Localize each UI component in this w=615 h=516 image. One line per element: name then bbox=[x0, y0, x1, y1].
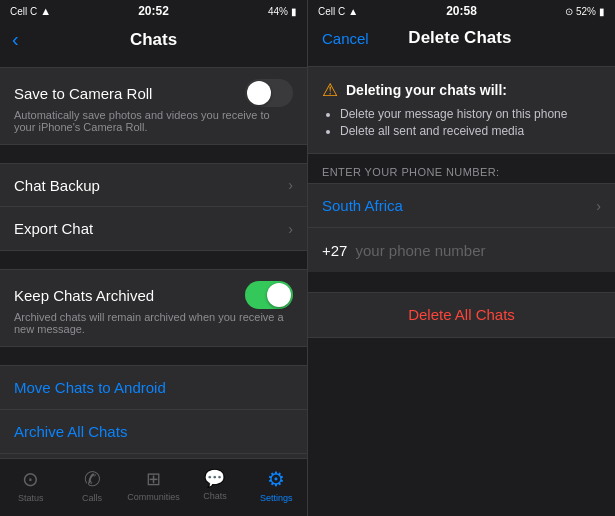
warning-box: ⚠ Deleting your chats will: Delete your … bbox=[308, 66, 615, 154]
status-tab-icon: ⊙ bbox=[22, 467, 39, 491]
left-panel: Cell C ▲ 20:52 44% ▮ ‹ Chats Save to Cam… bbox=[0, 0, 307, 516]
chats-tab-label: Chats bbox=[203, 491, 227, 501]
status-right-icons: 44% ▮ bbox=[268, 6, 297, 17]
warning-header: ⚠ Deleting your chats will: bbox=[322, 79, 601, 101]
delete-all-chats-btn[interactable]: Delete All Chats bbox=[308, 293, 615, 337]
delete-btn-section: Delete All Chats bbox=[308, 292, 615, 338]
country-row[interactable]: South Africa › bbox=[308, 184, 615, 228]
archive-all-chats-label: Archive All Chats bbox=[14, 423, 127, 440]
phone-section: South Africa › +27 your phone number bbox=[308, 183, 615, 272]
status-bar-left: Cell C ▲ 20:52 44% ▮ bbox=[0, 0, 307, 22]
delete-all-chats-btn-label: Delete All Chats bbox=[408, 306, 515, 323]
battery-left: 44% bbox=[268, 6, 288, 17]
time-left: 20:52 bbox=[138, 4, 169, 18]
tab-status[interactable]: ⊙ Status bbox=[0, 467, 61, 503]
warning-bullet-2: Delete all sent and received media bbox=[340, 124, 601, 138]
right-header: Cancel Delete Chats bbox=[308, 22, 615, 56]
save-camera-label: Save to Camera Roll bbox=[14, 85, 152, 102]
warning-bullets: Delete your message history on this phon… bbox=[322, 107, 601, 138]
chat-backup-label: Chat Backup bbox=[14, 177, 100, 194]
export-chat-chevron: › bbox=[288, 221, 293, 237]
country-chevron: › bbox=[596, 198, 601, 214]
warning-title: Deleting your chats will: bbox=[346, 82, 507, 98]
signal-icon-right: ▲ bbox=[348, 6, 358, 17]
cancel-button[interactable]: Cancel bbox=[322, 30, 369, 47]
left-content: Save to Camera Roll Automatically save p… bbox=[0, 59, 307, 458]
status-tab-label: Status bbox=[18, 493, 44, 503]
save-camera-toggle[interactable] bbox=[245, 79, 293, 107]
battery-right: 52% bbox=[576, 6, 596, 17]
left-header: ‹ Chats bbox=[0, 22, 307, 59]
time-right: 20:58 bbox=[446, 4, 477, 18]
chat-backup-row[interactable]: Chat Backup › bbox=[0, 163, 307, 207]
settings-tab-icon: ⚙ bbox=[267, 467, 285, 491]
wifi-icon: ▲ bbox=[40, 5, 51, 17]
battery-bar-right: ▮ bbox=[599, 6, 605, 17]
delete-chats-title: Delete Chats bbox=[408, 28, 511, 48]
country-label: South Africa bbox=[322, 197, 403, 214]
carrier-right-group: Cell C ▲ bbox=[318, 6, 358, 17]
carrier-left: Cell C bbox=[10, 6, 37, 17]
save-camera-section: Save to Camera Roll Automatically save p… bbox=[0, 67, 307, 145]
keep-archived-toggle[interactable] bbox=[245, 281, 293, 309]
chat-backup-section: Chat Backup › Export Chat › bbox=[0, 163, 307, 251]
archive-all-chats-row[interactable]: Archive All Chats bbox=[0, 410, 307, 454]
keep-archived-section: Keep Chats Archived Archived chats will … bbox=[0, 269, 307, 347]
chats-tab-icon: 💬 bbox=[204, 468, 225, 489]
back-button[interactable]: ‹ bbox=[12, 28, 19, 51]
calls-tab-icon: ✆ bbox=[84, 467, 101, 491]
status-bar-right: Cell C ▲ 20:58 ⊙ 52% ▮ bbox=[308, 0, 615, 22]
tab-chats[interactable]: 💬 Chats bbox=[184, 468, 245, 501]
export-chat-label: Export Chat bbox=[14, 220, 93, 237]
move-chats-android-row[interactable]: Move Chats to Android bbox=[0, 365, 307, 410]
carrier-right: Cell C bbox=[318, 6, 345, 17]
warning-bullet-1: Delete your message history on this phon… bbox=[340, 107, 601, 121]
tab-calls[interactable]: ✆ Calls bbox=[61, 467, 122, 503]
battery-icon-left: ▮ bbox=[291, 6, 297, 17]
keep-archived-row[interactable]: Keep Chats Archived Archived chats will … bbox=[0, 269, 307, 347]
save-camera-sublabel: Automatically save photos and videos you… bbox=[14, 109, 293, 133]
settings-tab-label: Settings bbox=[260, 493, 293, 503]
tab-communities[interactable]: ⊞ Communities bbox=[123, 468, 184, 502]
communities-tab-label: Communities bbox=[127, 492, 180, 502]
phone-section-label: ENTER YOUR PHONE NUMBER: bbox=[308, 154, 615, 183]
battery-icon-right: ⊙ bbox=[565, 6, 573, 17]
right-content: ⚠ Deleting your chats will: Delete your … bbox=[308, 56, 615, 516]
chats-title: Chats bbox=[130, 30, 177, 50]
warning-icon: ⚠ bbox=[322, 79, 338, 101]
right-panel: Cell C ▲ 20:58 ⊙ 52% ▮ Cancel Delete Cha… bbox=[307, 0, 615, 516]
communities-tab-icon: ⊞ bbox=[146, 468, 161, 490]
status-left-icons: Cell C ▲ bbox=[10, 5, 51, 17]
battery-right-group: ⊙ 52% ▮ bbox=[565, 6, 605, 17]
move-chats-android-label: Move Chats to Android bbox=[14, 379, 166, 396]
tab-bar: ⊙ Status ✆ Calls ⊞ Communities 💬 Chats ⚙… bbox=[0, 458, 307, 516]
calls-tab-label: Calls bbox=[82, 493, 102, 503]
tab-settings[interactable]: ⚙ Settings bbox=[246, 467, 307, 503]
phone-input-row[interactable]: +27 your phone number bbox=[308, 228, 615, 272]
save-camera-row[interactable]: Save to Camera Roll Automatically save p… bbox=[0, 67, 307, 145]
export-chat-row[interactable]: Export Chat › bbox=[0, 207, 307, 251]
phone-placeholder: your phone number bbox=[355, 242, 485, 259]
keep-archived-label: Keep Chats Archived bbox=[14, 287, 154, 304]
actions-section: Move Chats to Android Archive All Chats … bbox=[0, 365, 307, 458]
chat-backup-chevron: › bbox=[288, 177, 293, 193]
keep-archived-sublabel: Archived chats will remain archived when… bbox=[14, 311, 293, 335]
